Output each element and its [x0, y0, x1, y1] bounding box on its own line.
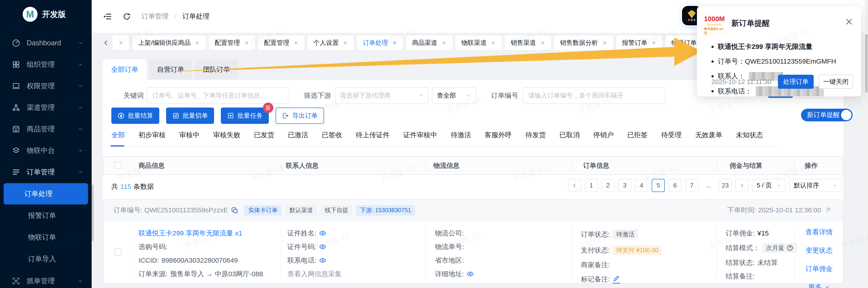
page-tab[interactable]: 销售数据分析 [554, 35, 613, 50]
page-tab[interactable]: 上架/编辑供应商品 [132, 35, 206, 50]
page-button[interactable]: 23 [719, 179, 732, 192]
sidebar-item[interactable]: 商品管理 [0, 118, 92, 140]
status-tab[interactable]: 证件审核中 [403, 131, 437, 140]
sidebar-subitem[interactable]: 订单处理 [4, 183, 88, 204]
status-tab[interactable]: 审核失败 [213, 131, 240, 140]
page-tab[interactable]: 订单处理 [357, 35, 403, 50]
sidebar-item[interactable]: 物联中台 [0, 140, 92, 161]
bulk-action-button[interactable]: 导出订单 [276, 108, 324, 124]
page-button[interactable]: 2 [601, 179, 615, 192]
network-info-link[interactable]: 查看入网信息采集 [287, 270, 342, 278]
product-link[interactable]: 联通悦王卡299 享两年无限流量 x1 [138, 229, 242, 237]
close-icon[interactable] [195, 40, 200, 45]
page-button[interactable]: 5 [652, 179, 665, 192]
copy-icon[interactable] [231, 207, 238, 214]
downstream-select[interactable]: 请选择下游代理商 [335, 87, 429, 104]
scope-select[interactable]: 查全部 [432, 87, 476, 104]
sidebar-item[interactable]: 抓单管理 [0, 270, 92, 288]
close-icon[interactable] [441, 40, 446, 45]
status-tab[interactable]: 待激活 [451, 131, 471, 140]
page-button[interactable]: 3 [618, 179, 631, 192]
close-icon[interactable] [602, 40, 607, 45]
collapse-sidebar-icon[interactable] [102, 12, 112, 21]
tabstrip-scroll-left-icon[interactable] [102, 39, 109, 46]
row-action-link[interactable]: 查看详情 [806, 228, 833, 237]
page-button[interactable]: 4 [635, 179, 648, 192]
sidebar-item[interactable]: 订单管理 [0, 161, 92, 183]
status-tab[interactable]: 停销户 [593, 131, 614, 140]
page-tab[interactable]: 配置管理 [258, 35, 304, 50]
order-type-tab[interactable]: 团队订单 [195, 59, 238, 80]
breadcrumb-section[interactable]: 订单管理 [142, 12, 168, 20]
close-icon[interactable] [343, 40, 348, 45]
edit-pencil-icon[interactable] [613, 275, 620, 284]
window-scrollbar-thumb[interactable] [865, 34, 868, 93]
new-order-alert-toggle[interactable]: 新订单提醒 [801, 109, 852, 121]
sidebar-subitem[interactable]: 订单导入 [4, 249, 88, 270]
bulk-action-button[interactable]: 批量任务新 [221, 108, 269, 124]
status-tab[interactable]: 待上传证件 [356, 131, 390, 140]
status-tab[interactable]: 已签收 [322, 131, 342, 140]
more-actions-link[interactable]: 更多 [808, 283, 830, 288]
sidebar-item[interactable]: 渠道管理 [0, 97, 92, 118]
bulk-action-button[interactable]: 批量切单 [166, 108, 214, 124]
eye-icon[interactable] [467, 270, 474, 278]
eye-icon[interactable] [319, 257, 326, 264]
close-icon[interactable] [118, 40, 123, 45]
close-icon[interactable] [392, 40, 397, 45]
question-circle-icon[interactable] [786, 244, 793, 251]
prev-page-button[interactable] [568, 179, 581, 192]
sidebar-item[interactable]: 权限管理 [0, 75, 92, 97]
status-tab[interactable]: 无效废单 [695, 131, 722, 140]
select-all-checkbox[interactable] [114, 162, 122, 169]
status-tab[interactable]: 已激活 [288, 131, 308, 140]
page-tab[interactable]: 个人设置 [308, 35, 354, 50]
status-tab[interactable]: 未知状态 [736, 131, 763, 140]
eye-icon[interactable] [319, 230, 326, 237]
page-tab[interactable]: 物联渠道 [456, 35, 502, 50]
close-icon[interactable] [244, 40, 249, 45]
order-type-tab[interactable]: 自营订单 [149, 59, 192, 80]
handle-order-button[interactable]: 处理订单 [778, 75, 814, 89]
close-icon[interactable] [293, 40, 299, 45]
refresh-icon[interactable] [122, 12, 131, 21]
sidebar-item[interactable]: Dashboard [0, 32, 92, 54]
order-no-input[interactable] [523, 87, 665, 104]
close-icon[interactable] [491, 40, 496, 45]
close-icon[interactable] [651, 40, 656, 45]
status-tab[interactable]: 客服外呼 [485, 131, 512, 140]
status-tab[interactable]: 审核中 [179, 131, 199, 140]
order-type-tab[interactable]: 全部订单 [103, 59, 146, 80]
window-scrollbar[interactable] [865, 0, 868, 288]
page-tab[interactable]: 商品渠道 [406, 35, 452, 50]
status-tab[interactable]: 待受理 [661, 131, 682, 140]
status-tab[interactable]: 待发货 [525, 131, 546, 140]
status-tab[interactable]: 全部 [111, 131, 125, 140]
page-button[interactable]: 7 [685, 179, 698, 192]
status-tab[interactable]: 已拒签 [627, 131, 648, 140]
page-size-select[interactable]: 5 / 页 [752, 179, 786, 192]
sort-select[interactable]: 默认排序 [789, 179, 842, 192]
sidebar-item[interactable]: 组织管理 [0, 54, 92, 75]
row-action-link[interactable]: 订单佣金 [806, 264, 833, 273]
sidebar-subitem[interactable]: 报警订单 [4, 205, 88, 226]
row-action-link[interactable]: 变更状态 [806, 246, 833, 255]
page-tab[interactable]: 销售渠道 [505, 35, 551, 50]
eye-icon[interactable] [319, 243, 326, 251]
page-tab[interactable]: 配置管理 [209, 35, 255, 50]
close-icon[interactable] [540, 40, 545, 45]
page-button[interactable]: 6 [669, 179, 682, 192]
close-all-button[interactable]: 一键关闭 [819, 75, 853, 89]
page-button[interactable]: 1 [585, 179, 598, 192]
status-tab[interactable]: 已发货 [254, 131, 274, 140]
status-tab[interactable]: 已取消 [559, 131, 580, 140]
keyword-input[interactable] [147, 87, 290, 104]
page-tab[interactable]: 报警订单 [616, 35, 662, 50]
close-icon[interactable] [845, 18, 853, 26]
sidebar-subitem[interactable]: 物联订单 [4, 227, 88, 248]
status-tab[interactable]: 初步审核 [138, 131, 166, 140]
row-checkbox[interactable] [114, 249, 122, 256]
bulk-action-button[interactable]: 批量结算 [111, 108, 159, 124]
page-tab[interactable] [113, 35, 129, 50]
sidebar-scrollbar-thumb[interactable] [92, 184, 94, 241]
